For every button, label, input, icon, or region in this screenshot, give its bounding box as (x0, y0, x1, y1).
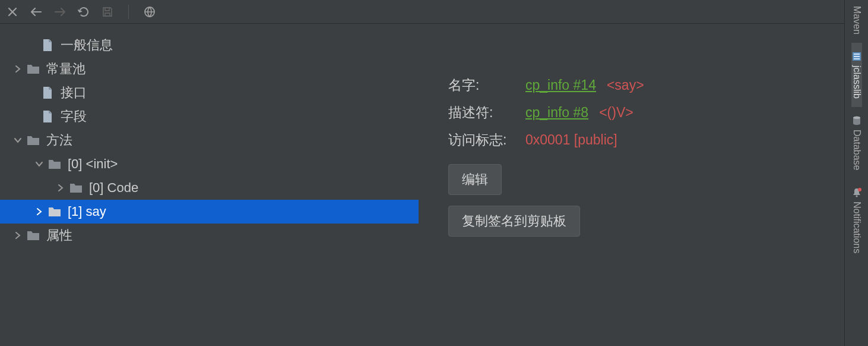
folder-icon (26, 228, 40, 243)
name-link[interactable]: cp_info #14 (525, 77, 596, 93)
folder-icon (26, 62, 40, 76)
svg-point-8 (858, 188, 861, 191)
tree-label: 字段 (61, 108, 87, 125)
detail-pane: 名字: cp_info #14 <say> 描述符: cp_info #8 <(… (419, 24, 844, 346)
file-icon (40, 38, 55, 52)
name-label: 名字: (448, 76, 525, 95)
chevron-right-icon[interactable] (12, 229, 24, 241)
toolwindow-maven[interactable]: Maven (851, 0, 862, 43)
tree-item-general-info[interactable]: 一般信息 (0, 33, 419, 57)
bell-icon (851, 187, 862, 198)
save-icon (101, 5, 114, 18)
tree-item-method-say[interactable]: [1] say (0, 200, 419, 224)
database-icon (851, 115, 862, 126)
tree-item-attributes[interactable]: 属性 (0, 224, 419, 247)
folder-icon (69, 181, 83, 195)
close-icon[interactable] (6, 5, 19, 18)
globe-icon[interactable] (143, 5, 156, 18)
tree-item-constant-pool[interactable]: 常量池 (0, 57, 419, 81)
toolwindow-label: jclasslib (851, 65, 862, 99)
tree-item-method-init[interactable]: [0] <init> (0, 152, 419, 176)
tree-item-fields[interactable]: 字段 (0, 105, 419, 128)
chevron-right-icon[interactable] (55, 182, 66, 194)
file-icon (40, 109, 55, 124)
chevron-down-icon[interactable] (33, 158, 45, 170)
tree-item-interfaces[interactable]: 接口 (0, 81, 419, 105)
toolwindow-database[interactable]: Database (851, 107, 862, 179)
tree-label: [0] Code (89, 180, 138, 196)
refresh-icon[interactable] (77, 5, 90, 18)
svg-rect-2 (854, 54, 860, 55)
name-value: <say> (607, 77, 644, 93)
folder-icon (47, 205, 62, 219)
toolbar-divider (128, 5, 129, 19)
arrow-right-icon (53, 5, 66, 18)
tree-label: 属性 (46, 227, 72, 244)
svg-point-7 (856, 195, 857, 197)
file-icon (40, 86, 55, 100)
copy-signature-button[interactable]: 复制签名到剪贴板 (448, 206, 580, 237)
tree-item-methods[interactable]: 方法 (0, 128, 419, 152)
tree-pane: 一般信息 常量池 接口 (0, 24, 419, 346)
tree-label: [0] <init> (68, 156, 118, 172)
arrow-left-icon[interactable] (30, 5, 43, 18)
chevron-none (26, 87, 38, 99)
descriptor-value: <()V> (599, 105, 633, 121)
descriptor-label: 描述符: (448, 103, 525, 122)
chevron-right-icon[interactable] (12, 63, 24, 75)
descriptor-link[interactable]: cp_info #8 (525, 105, 588, 121)
toolwindow-label: Maven (851, 6, 862, 34)
jclasslib-icon (851, 51, 862, 62)
toolwindow-label: Database (851, 130, 862, 171)
right-tool-bar: Maven jclasslib Database Notifications (844, 0, 868, 346)
folder-icon (47, 157, 62, 171)
chevron-none (26, 39, 38, 51)
svg-rect-4 (854, 58, 860, 59)
svg-rect-3 (854, 56, 860, 57)
chevron-down-icon[interactable] (12, 134, 24, 146)
toolwindow-label: Notifications (851, 202, 862, 253)
tree-label: 一般信息 (61, 36, 113, 54)
tree-label: 接口 (61, 84, 87, 102)
folder-icon (26, 133, 40, 147)
access-flags-label: 访问标志: (448, 131, 525, 149)
toolwindow-notifications[interactable]: Notifications (851, 179, 862, 262)
svg-point-6 (853, 117, 860, 119)
toolwindow-jclasslib[interactable]: jclasslib (851, 43, 862, 107)
access-flags-value: 0x0001 [public] (525, 132, 617, 148)
edit-button[interactable]: 编辑 (448, 164, 502, 195)
chevron-right-icon[interactable] (33, 206, 45, 218)
toolbar (0, 0, 844, 24)
tree-label: [1] say (68, 204, 106, 219)
chevron-none (26, 111, 38, 122)
tree-label: 方法 (46, 131, 72, 149)
tree-item-code[interactable]: [0] Code (0, 176, 419, 200)
tree-label: 常量池 (46, 60, 85, 78)
